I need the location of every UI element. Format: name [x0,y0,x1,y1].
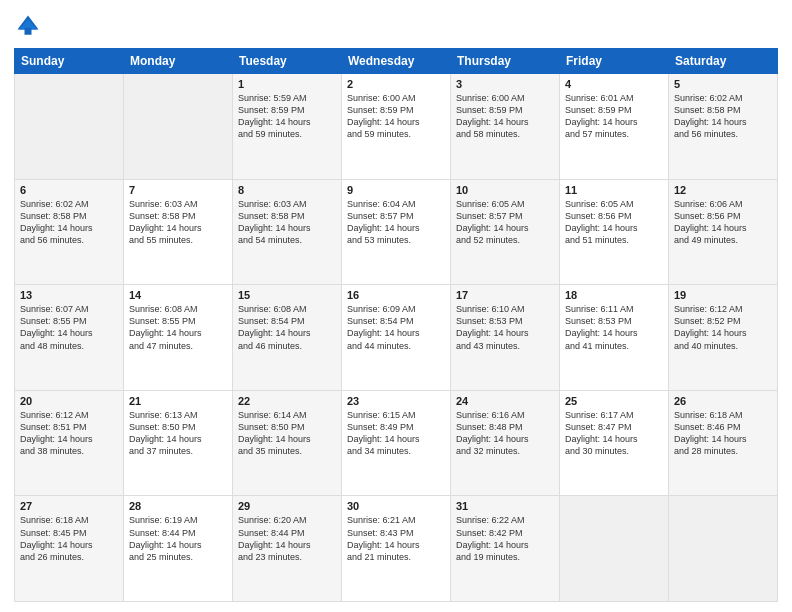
cell-info: Sunrise: 6:08 AMSunset: 8:54 PMDaylight:… [238,303,336,352]
calendar-cell: 27Sunrise: 6:18 AMSunset: 8:45 PMDayligh… [15,496,124,602]
day-number: 5 [674,78,772,90]
calendar-cell [560,496,669,602]
calendar-week-5: 27Sunrise: 6:18 AMSunset: 8:45 PMDayligh… [15,496,778,602]
cell-info: Sunrise: 6:03 AMSunset: 8:58 PMDaylight:… [129,198,227,247]
weekday-header-saturday: Saturday [669,49,778,74]
day-number: 13 [20,289,118,301]
cell-info: Sunrise: 6:04 AMSunset: 8:57 PMDaylight:… [347,198,445,247]
calendar-cell: 11Sunrise: 6:05 AMSunset: 8:56 PMDayligh… [560,179,669,285]
day-number: 26 [674,395,772,407]
calendar-cell: 19Sunrise: 6:12 AMSunset: 8:52 PMDayligh… [669,285,778,391]
calendar-cell: 13Sunrise: 6:07 AMSunset: 8:55 PMDayligh… [15,285,124,391]
cell-info: Sunrise: 6:14 AMSunset: 8:50 PMDaylight:… [238,409,336,458]
day-number: 29 [238,500,336,512]
day-number: 16 [347,289,445,301]
cell-info: Sunrise: 6:00 AMSunset: 8:59 PMDaylight:… [456,92,554,141]
day-number: 17 [456,289,554,301]
cell-info: Sunrise: 6:12 AMSunset: 8:52 PMDaylight:… [674,303,772,352]
cell-info: Sunrise: 6:18 AMSunset: 8:45 PMDaylight:… [20,514,118,563]
day-number: 28 [129,500,227,512]
calendar-cell: 1Sunrise: 5:59 AMSunset: 8:59 PMDaylight… [233,74,342,180]
calendar-cell: 10Sunrise: 6:05 AMSunset: 8:57 PMDayligh… [451,179,560,285]
calendar-cell: 16Sunrise: 6:09 AMSunset: 8:54 PMDayligh… [342,285,451,391]
calendar-cell: 5Sunrise: 6:02 AMSunset: 8:58 PMDaylight… [669,74,778,180]
calendar-cell: 22Sunrise: 6:14 AMSunset: 8:50 PMDayligh… [233,390,342,496]
calendar-cell: 9Sunrise: 6:04 AMSunset: 8:57 PMDaylight… [342,179,451,285]
calendar-cell: 29Sunrise: 6:20 AMSunset: 8:44 PMDayligh… [233,496,342,602]
day-number: 3 [456,78,554,90]
calendar-cell: 24Sunrise: 6:16 AMSunset: 8:48 PMDayligh… [451,390,560,496]
cell-info: Sunrise: 6:21 AMSunset: 8:43 PMDaylight:… [347,514,445,563]
calendar-cell: 12Sunrise: 6:06 AMSunset: 8:56 PMDayligh… [669,179,778,285]
weekday-header-tuesday: Tuesday [233,49,342,74]
day-number: 30 [347,500,445,512]
cell-info: Sunrise: 5:59 AMSunset: 8:59 PMDaylight:… [238,92,336,141]
day-number: 10 [456,184,554,196]
day-number: 12 [674,184,772,196]
calendar-week-4: 20Sunrise: 6:12 AMSunset: 8:51 PMDayligh… [15,390,778,496]
day-number: 23 [347,395,445,407]
cell-info: Sunrise: 6:16 AMSunset: 8:48 PMDaylight:… [456,409,554,458]
cell-info: Sunrise: 6:20 AMSunset: 8:44 PMDaylight:… [238,514,336,563]
day-number: 25 [565,395,663,407]
weekday-header-wednesday: Wednesday [342,49,451,74]
cell-info: Sunrise: 6:12 AMSunset: 8:51 PMDaylight:… [20,409,118,458]
calendar-cell [15,74,124,180]
day-number: 6 [20,184,118,196]
calendar-cell: 25Sunrise: 6:17 AMSunset: 8:47 PMDayligh… [560,390,669,496]
cell-info: Sunrise: 6:02 AMSunset: 8:58 PMDaylight:… [674,92,772,141]
day-number: 19 [674,289,772,301]
calendar-cell: 15Sunrise: 6:08 AMSunset: 8:54 PMDayligh… [233,285,342,391]
day-number: 7 [129,184,227,196]
calendar-cell: 23Sunrise: 6:15 AMSunset: 8:49 PMDayligh… [342,390,451,496]
calendar-cell: 20Sunrise: 6:12 AMSunset: 8:51 PMDayligh… [15,390,124,496]
calendar-cell: 8Sunrise: 6:03 AMSunset: 8:58 PMDaylight… [233,179,342,285]
cell-info: Sunrise: 6:11 AMSunset: 8:53 PMDaylight:… [565,303,663,352]
calendar-cell: 3Sunrise: 6:00 AMSunset: 8:59 PMDaylight… [451,74,560,180]
logo [14,12,46,40]
day-number: 1 [238,78,336,90]
calendar-cell: 31Sunrise: 6:22 AMSunset: 8:42 PMDayligh… [451,496,560,602]
cell-info: Sunrise: 6:19 AMSunset: 8:44 PMDaylight:… [129,514,227,563]
calendar-cell: 18Sunrise: 6:11 AMSunset: 8:53 PMDayligh… [560,285,669,391]
cell-info: Sunrise: 6:18 AMSunset: 8:46 PMDaylight:… [674,409,772,458]
day-number: 2 [347,78,445,90]
calendar-table: SundayMondayTuesdayWednesdayThursdayFrid… [14,48,778,602]
weekday-header-thursday: Thursday [451,49,560,74]
weekday-header-row: SundayMondayTuesdayWednesdayThursdayFrid… [15,49,778,74]
cell-info: Sunrise: 6:17 AMSunset: 8:47 PMDaylight:… [565,409,663,458]
cell-info: Sunrise: 6:13 AMSunset: 8:50 PMDaylight:… [129,409,227,458]
cell-info: Sunrise: 6:06 AMSunset: 8:56 PMDaylight:… [674,198,772,247]
day-number: 9 [347,184,445,196]
cell-info: Sunrise: 6:05 AMSunset: 8:56 PMDaylight:… [565,198,663,247]
calendar-cell: 7Sunrise: 6:03 AMSunset: 8:58 PMDaylight… [124,179,233,285]
day-number: 24 [456,395,554,407]
calendar-cell [124,74,233,180]
cell-info: Sunrise: 6:08 AMSunset: 8:55 PMDaylight:… [129,303,227,352]
calendar-week-1: 1Sunrise: 5:59 AMSunset: 8:59 PMDaylight… [15,74,778,180]
calendar-cell: 14Sunrise: 6:08 AMSunset: 8:55 PMDayligh… [124,285,233,391]
day-number: 8 [238,184,336,196]
calendar-cell: 2Sunrise: 6:00 AMSunset: 8:59 PMDaylight… [342,74,451,180]
cell-info: Sunrise: 6:22 AMSunset: 8:42 PMDaylight:… [456,514,554,563]
day-number: 4 [565,78,663,90]
weekday-header-sunday: Sunday [15,49,124,74]
day-number: 20 [20,395,118,407]
day-number: 31 [456,500,554,512]
calendar-cell: 4Sunrise: 6:01 AMSunset: 8:59 PMDaylight… [560,74,669,180]
day-number: 11 [565,184,663,196]
day-number: 21 [129,395,227,407]
calendar-cell: 17Sunrise: 6:10 AMSunset: 8:53 PMDayligh… [451,285,560,391]
day-number: 18 [565,289,663,301]
weekday-header-monday: Monday [124,49,233,74]
calendar-cell: 6Sunrise: 6:02 AMSunset: 8:58 PMDaylight… [15,179,124,285]
cell-info: Sunrise: 6:05 AMSunset: 8:57 PMDaylight:… [456,198,554,247]
day-number: 27 [20,500,118,512]
page: SundayMondayTuesdayWednesdayThursdayFrid… [0,0,792,612]
calendar-cell: 26Sunrise: 6:18 AMSunset: 8:46 PMDayligh… [669,390,778,496]
svg-rect-2 [25,28,32,35]
logo-icon [14,12,42,40]
calendar-week-3: 13Sunrise: 6:07 AMSunset: 8:55 PMDayligh… [15,285,778,391]
calendar-cell: 28Sunrise: 6:19 AMSunset: 8:44 PMDayligh… [124,496,233,602]
day-number: 22 [238,395,336,407]
